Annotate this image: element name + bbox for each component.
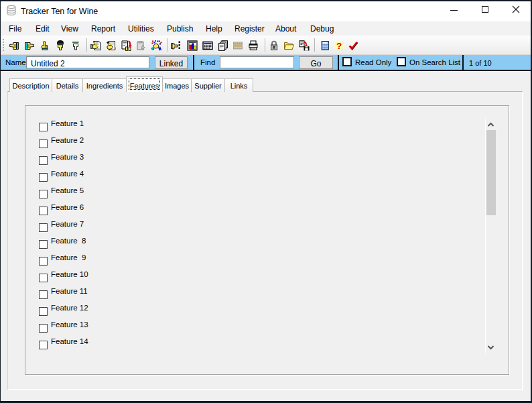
svg-text:?: ? <box>336 41 342 51</box>
